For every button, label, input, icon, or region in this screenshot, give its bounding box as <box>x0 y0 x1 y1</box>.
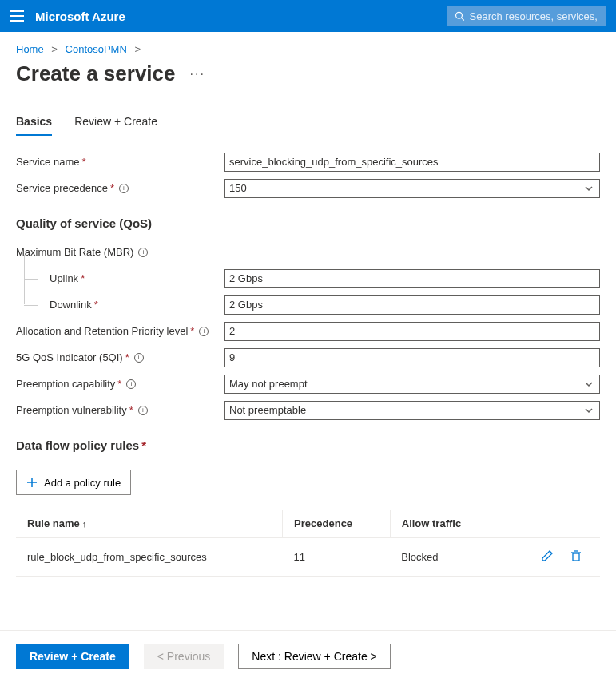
tab-basics[interactable]: Basics <box>16 115 52 136</box>
uplink-label: Uplink <box>50 272 78 284</box>
info-icon[interactable]: i <box>119 184 129 193</box>
review-create-button[interactable]: Review + Create <box>16 644 129 669</box>
svg-point-0 <box>456 12 463 18</box>
precedence-select[interactable] <box>224 179 600 198</box>
uplink-input[interactable] <box>224 269 600 288</box>
footer-bar: Review + Create < Previous Next : Review… <box>0 630 616 682</box>
plus-icon <box>26 477 38 488</box>
required-marker: * <box>190 325 194 337</box>
add-rule-label: Add a policy rule <box>44 477 121 489</box>
arp-label: Allocation and Retention Priority level <box>16 325 188 337</box>
chevron-right-icon: > <box>51 43 58 55</box>
info-icon[interactable]: i <box>199 327 209 336</box>
svg-rect-4 <box>573 553 579 561</box>
fqi-input[interactable] <box>224 348 600 367</box>
required-marker: * <box>129 404 133 416</box>
rules-table: Rule name↑ Precedence Allow traffic rule… <box>16 510 600 577</box>
service-name-input[interactable] <box>224 153 600 172</box>
mbr-label: Maximum Bit Rate (MBR) <box>16 246 133 258</box>
downlink-input[interactable] <box>224 295 600 315</box>
required-marker: * <box>81 156 85 168</box>
arp-input[interactable] <box>224 322 600 341</box>
qos-heading: Quality of service (QoS) <box>16 216 600 230</box>
delete-icon[interactable] <box>570 549 582 562</box>
required-marker: * <box>125 351 129 363</box>
next-button[interactable]: Next : Review + Create > <box>238 644 390 669</box>
required-marker: * <box>94 299 98 311</box>
sort-asc-icon: ↑ <box>82 519 87 529</box>
cell-precedence: 11 <box>283 538 391 577</box>
search-icon <box>455 10 465 22</box>
flow-heading: Data flow policy rules <box>16 438 139 452</box>
cell-rule-name: rule_block_udp_from_specific_sources <box>16 538 283 577</box>
chevron-right-icon: > <box>134 43 141 55</box>
cell-allow: Blocked <box>390 538 499 577</box>
info-icon[interactable]: i <box>138 406 148 415</box>
preempt-cap-select[interactable] <box>224 375 600 394</box>
col-precedence[interactable]: Precedence <box>283 510 391 538</box>
service-name-label: Service name <box>16 156 79 168</box>
downlink-label: Downlink <box>50 299 92 311</box>
info-icon[interactable]: i <box>138 248 148 257</box>
svg-line-1 <box>462 18 464 20</box>
required-marker: * <box>117 378 121 390</box>
breadcrumb-contoso[interactable]: ContosoPMN <box>66 43 127 55</box>
required-marker: * <box>141 438 146 452</box>
preempt-vuln-label: Preemption vulnerability <box>16 404 127 416</box>
info-icon[interactable]: i <box>134 353 144 363</box>
col-allow-traffic[interactable]: Allow traffic <box>390 510 499 538</box>
tab-review[interactable]: Review + Create <box>74 115 157 136</box>
search-box[interactable] <box>447 6 606 26</box>
more-icon[interactable]: ··· <box>189 67 205 81</box>
breadcrumb-home[interactable]: Home <box>16 43 44 55</box>
info-icon[interactable]: i <box>126 379 136 389</box>
menu-icon[interactable] <box>10 10 24 22</box>
table-row: rule_block_udp_from_specific_sources 11 … <box>16 538 600 577</box>
top-bar: Microsoft Azure <box>0 0 616 32</box>
brand-label: Microsoft Azure <box>35 10 125 23</box>
page-title: Create a service <box>16 61 175 86</box>
previous-button: < Previous <box>144 644 225 669</box>
breadcrumb: Home > ContosoPMN > <box>0 32 616 55</box>
search-input[interactable] <box>470 10 598 22</box>
preempt-cap-label: Preemption capability <box>16 378 115 390</box>
add-rule-button[interactable]: Add a policy rule <box>16 470 131 495</box>
tab-bar: Basics Review + Create <box>0 86 616 137</box>
required-marker: * <box>81 272 85 284</box>
required-marker: * <box>110 182 114 194</box>
edit-icon[interactable] <box>541 549 554 562</box>
fqi-label: 5G QoS Indicator (5QI) <box>16 351 123 363</box>
col-rule-name[interactable]: Rule name↑ <box>16 510 283 538</box>
precedence-label: Service precedence <box>16 182 108 194</box>
preempt-vuln-select[interactable] <box>224 401 600 420</box>
form-basics: Service name* Service precedence*i Quali… <box>0 137 616 577</box>
